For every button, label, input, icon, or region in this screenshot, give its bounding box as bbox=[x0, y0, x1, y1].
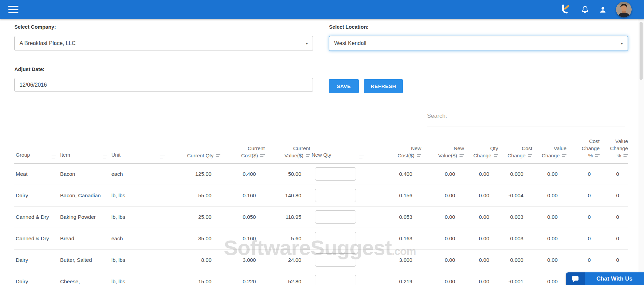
col-header-value-change[interactable]: Value Change bbox=[532, 135, 566, 163]
cell-new-cost: 0.219 bbox=[377, 271, 421, 285]
cell-current-value: 24.00 bbox=[265, 249, 310, 271]
cell-current-value: 5.60 bbox=[265, 228, 310, 249]
cell-unit: lb, lbs bbox=[110, 206, 167, 228]
sort-icon[interactable] bbox=[160, 155, 165, 158]
cell-new-qty bbox=[310, 185, 377, 206]
new-qty-input[interactable] bbox=[315, 275, 356, 285]
cell-new-value: 0.00 bbox=[421, 185, 464, 206]
new-qty-input[interactable] bbox=[315, 232, 356, 245]
cell-current-qty: 8.00 bbox=[167, 249, 220, 271]
top-navbar bbox=[0, 0, 644, 19]
col-header-value-change-pct[interactable]: Value Change % bbox=[600, 135, 628, 163]
cell-unit: lb, lbs bbox=[110, 271, 167, 285]
cell-current-cost: 0.160 bbox=[220, 185, 265, 206]
new-qty-input[interactable] bbox=[315, 189, 356, 202]
col-header-qty-change[interactable]: Qty Change bbox=[464, 135, 498, 163]
cell-current-qty: 125.00 bbox=[167, 163, 220, 185]
cell-unit: each bbox=[110, 163, 167, 185]
cell-current-value: 52.80 bbox=[265, 271, 310, 285]
company-select[interactable]: A Breakfast Place, LLC ▾ bbox=[14, 36, 313, 51]
save-button[interactable]: SAVE bbox=[329, 79, 359, 93]
cell-current-cost: 0.220 bbox=[220, 271, 265, 285]
cell-current-cost: 0.050 bbox=[220, 206, 265, 228]
cell-new-cost: 0.156 bbox=[377, 185, 421, 206]
bell-icon[interactable] bbox=[580, 5, 590, 14]
search-input[interactable] bbox=[447, 112, 625, 125]
new-qty-input[interactable] bbox=[315, 253, 356, 267]
col-header-group[interactable]: Group bbox=[14, 135, 59, 163]
sort-icon[interactable] bbox=[595, 154, 600, 157]
cell-group: Dairy bbox=[14, 271, 59, 285]
cell-qty-change: 0.00 bbox=[464, 228, 498, 249]
inventory-adjust-page: Select Company: Select Location: A Break… bbox=[0, 0, 644, 285]
cell-new-cost: 0.400 bbox=[377, 163, 421, 185]
refresh-button[interactable]: REFRESH bbox=[364, 79, 403, 93]
table-row: DairyBacon, Canadianlb, lbs55.000.160140… bbox=[14, 185, 628, 206]
sort-icon[interactable] bbox=[562, 154, 566, 157]
cell-cost-change-pct: 0 bbox=[566, 163, 600, 185]
adjust-date-label: Adjust Date: bbox=[14, 66, 44, 72]
cell-cost-change-pct: 0 bbox=[566, 206, 600, 228]
cell-cost-change-pct: 0 bbox=[566, 249, 600, 271]
cell-new-qty bbox=[310, 249, 377, 271]
col-header-item[interactable]: Item bbox=[59, 135, 110, 163]
cell-item: Baking Powder bbox=[59, 206, 110, 228]
cell-new-value: 0.00 bbox=[421, 206, 464, 228]
cell-value-change: 0.00 bbox=[532, 228, 566, 249]
cell-cost-change: 0.000 bbox=[498, 163, 532, 185]
cell-new-value: 0.00 bbox=[421, 163, 464, 185]
sort-icon[interactable] bbox=[260, 154, 265, 157]
sort-icon[interactable] bbox=[216, 154, 220, 157]
col-header-cost-change[interactable]: Cost Change bbox=[498, 135, 532, 163]
cell-cost-change: 0.003 bbox=[498, 206, 532, 228]
cell-value-change-pct: 0 bbox=[600, 206, 628, 228]
cell-value-change: 0.00 bbox=[532, 249, 566, 271]
sort-icon[interactable] bbox=[306, 154, 310, 157]
cell-group: Dairy bbox=[14, 249, 59, 271]
cell-group: Dairy bbox=[14, 185, 59, 206]
new-qty-input[interactable] bbox=[315, 210, 356, 224]
sort-icon[interactable] bbox=[417, 154, 421, 157]
cell-current-qty: 35.00 bbox=[167, 228, 220, 249]
sort-icon[interactable] bbox=[359, 155, 364, 158]
cell-cost-change: -0.004 bbox=[498, 185, 532, 206]
cell-item: Bacon bbox=[59, 163, 110, 185]
col-header-new-cost[interactable]: New Cost($) bbox=[377, 135, 421, 163]
person-icon[interactable] bbox=[599, 5, 607, 14]
user-avatar[interactable] bbox=[616, 2, 632, 17]
adjust-date-input[interactable] bbox=[14, 78, 313, 92]
cell-current-value: 140.80 bbox=[265, 185, 310, 206]
sort-icon[interactable] bbox=[528, 154, 532, 157]
col-header-new-value[interactable]: New Value($) bbox=[421, 135, 464, 163]
cell-qty-change: 0.00 bbox=[464, 185, 498, 206]
cell-value-change: 0.00 bbox=[532, 185, 566, 206]
cell-new-qty bbox=[310, 163, 377, 185]
col-header-new-qty[interactable]: New Qty bbox=[310, 135, 377, 163]
col-header-current-cost[interactable]: Current Cost($) bbox=[220, 135, 265, 163]
sort-icon[interactable] bbox=[52, 155, 56, 158]
cell-qty-change: 0.00 bbox=[464, 206, 498, 228]
sort-icon[interactable] bbox=[624, 154, 628, 157]
location-select[interactable]: West Kendall ▾ bbox=[329, 36, 628, 51]
hamburger-menu-icon[interactable] bbox=[8, 5, 20, 14]
scrollbar-thumb[interactable] bbox=[640, 22, 643, 80]
cell-new-qty bbox=[310, 228, 377, 249]
col-header-unit[interactable]: Unit bbox=[110, 135, 167, 163]
sort-icon[interactable] bbox=[460, 154, 464, 157]
sort-icon[interactable] bbox=[103, 155, 107, 158]
chevron-down-icon: ▾ bbox=[621, 41, 623, 46]
cell-value-change-pct: 0 bbox=[600, 163, 628, 185]
col-header-current-value[interactable]: Current Value($) bbox=[265, 135, 310, 163]
cell-current-qty: 55.00 bbox=[167, 185, 220, 206]
col-header-cost-change-pct[interactable]: Cost Change % bbox=[566, 135, 600, 163]
col-header-current-qty[interactable]: Current Qty bbox=[167, 135, 220, 163]
vertical-scrollbar[interactable] bbox=[638, 19, 644, 285]
cell-value-change-pct: 0 bbox=[600, 228, 628, 249]
search-label: Search: bbox=[427, 112, 447, 119]
cell-current-value: 118.95 bbox=[265, 206, 310, 228]
sort-icon[interactable] bbox=[494, 154, 498, 157]
k-logo-icon[interactable] bbox=[560, 4, 572, 15]
chat-with-us-button[interactable]: Chat With Us bbox=[566, 272, 644, 285]
chevron-down-icon: ▾ bbox=[306, 41, 308, 46]
new-qty-input[interactable] bbox=[315, 167, 356, 181]
